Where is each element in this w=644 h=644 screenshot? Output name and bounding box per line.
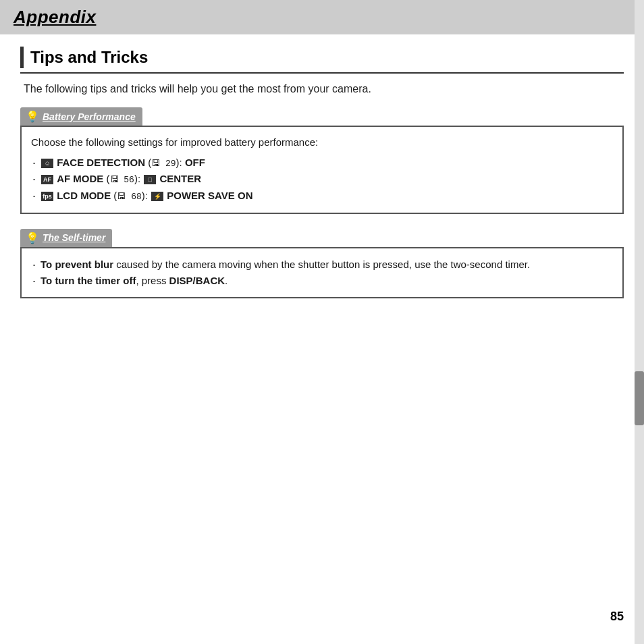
face-detection-ref: (🖫 29): OFF	[148, 157, 205, 168]
section-intro: The following tips and tricks will help …	[20, 83, 624, 95]
list-item: To turn the timer off, press DISP/BACK.	[31, 273, 613, 289]
selftimer-header: 💡 The Self-timer	[20, 229, 112, 247]
af-mode-label: AF MODE	[57, 173, 103, 184]
af-mode-ref: (🖫 56): □ CENTER	[107, 173, 202, 184]
section-heading-text: Tips and Tricks	[30, 48, 148, 67]
face-detection-icon: ☺	[41, 159, 53, 168]
section-heading: Tips and Tricks	[20, 47, 624, 74]
scrollbar[interactable]	[635, 0, 644, 644]
battery-performance-label: Battery Performance	[43, 111, 136, 122]
selftimer-box: To prevent blur caused by the camera mov…	[20, 247, 624, 298]
power-save-icon: ⚡	[151, 192, 163, 201]
turn-off-rest: , press DISP/BACK.	[136, 275, 227, 286]
selftimer-items-list: To prevent blur caused by the camera mov…	[31, 257, 613, 289]
prevent-blur-bold: To prevent blur	[41, 259, 113, 270]
center-icon: □	[144, 175, 156, 184]
battery-items-list: ☺ FACE DETECTION (🖫 29): OFF AF AF MODE …	[31, 155, 613, 205]
battery-intro-text: Choose the following settings for improv…	[31, 135, 613, 151]
bulb-icon: 💡	[26, 110, 39, 123]
disp-back-code: DISP/BACK	[169, 275, 225, 286]
list-item: AF AF MODE (🖫 56): □ CENTER	[31, 171, 613, 188]
list-item: To prevent blur caused by the camera mov…	[31, 257, 613, 273]
battery-performance-section: 💡 Battery Performance Choose the followi…	[20, 107, 624, 214]
scrollbar-thumb[interactable]	[635, 371, 644, 425]
battery-performance-header: 💡 Battery Performance	[20, 107, 142, 126]
page-title: Appendix	[14, 7, 96, 28]
lcd-mode-icon: fps	[41, 192, 53, 201]
battery-performance-box: Choose the following settings for improv…	[20, 126, 624, 214]
face-detection-label: FACE DETECTION	[57, 157, 145, 168]
header-bar: Appendix	[0, 0, 644, 34]
af-mode-icon: AF	[41, 175, 53, 184]
lcd-mode-ref: (🖫 68): ⚡ POWER SAVE ON	[113, 190, 252, 201]
selftimer-label: The Self-timer	[43, 232, 105, 243]
selftimer-section: 💡 The Self-timer To prevent blur caused …	[20, 229, 624, 298]
lcd-mode-label: LCD MODE	[57, 190, 111, 201]
bulb-icon-2: 💡	[26, 232, 39, 244]
list-item: fps LCD MODE (🖫 68): ⚡ POWER SAVE ON	[31, 188, 613, 205]
turn-off-bold: To turn the timer off	[41, 275, 136, 286]
main-content: Tips and Tricks The following tips and t…	[0, 34, 644, 325]
list-item: ☺ FACE DETECTION (🖫 29): OFF	[31, 155, 613, 171]
page-number: 85	[610, 610, 624, 624]
prevent-blur-rest: caused by the camera moving when the shu…	[113, 259, 530, 270]
section-heading-bar	[20, 47, 24, 68]
